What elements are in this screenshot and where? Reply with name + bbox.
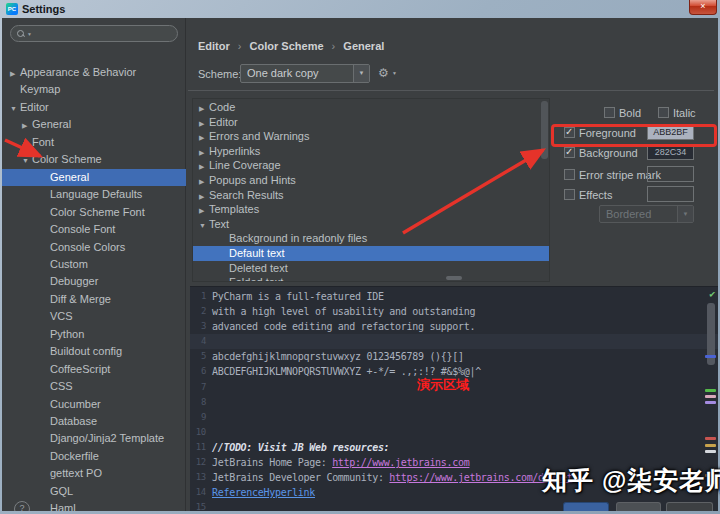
tree-item-folded-text[interactable]: Folded text	[193, 275, 549, 282]
sidebar-item-buildout-config[interactable]: Buildout config	[2, 343, 186, 360]
effects-checkbox[interactable]	[564, 189, 575, 200]
sidebar-item-color-scheme[interactable]: ▼Color Scheme	[2, 151, 186, 168]
code-text: abcdefghijklmnopqrstuvwxyz 0123456789 ()…	[212, 349, 464, 364]
tree-item-hyperlinks[interactable]: ▶Hyperlinks	[193, 144, 549, 159]
code-text: ReferenceHyperlink	[212, 485, 315, 500]
stripe-mark	[705, 474, 716, 477]
tree-item-background-in-readonly-files[interactable]: Background in readonly files	[193, 231, 549, 246]
gear-icon[interactable]: ⚙	[378, 66, 389, 80]
tree-item-editor[interactable]: ▶Editor	[193, 115, 549, 130]
preview-line: 11//TODO: Visit JB Web resources:	[190, 440, 718, 455]
bold-checkbox[interactable]	[604, 107, 615, 118]
inspections-ok-check-icon: ✔	[709, 288, 715, 299]
sidebar-item-debugger[interactable]: Debugger	[2, 273, 186, 290]
sidebar-item-dockerfile[interactable]: Dockerfile	[2, 448, 186, 465]
line-number: 2	[190, 304, 206, 319]
apply-button[interactable]	[666, 502, 713, 511]
sidebar-item-language-defaults[interactable]: Language Defaults	[2, 186, 186, 203]
sidebar-item-coffeescript[interactable]: CoffeeScript	[2, 361, 186, 378]
tree-item-code[interactable]: ▶Code	[193, 100, 549, 115]
tree-item-label: Deleted text	[229, 262, 288, 274]
tree-item-templates[interactable]: ▶Templates	[193, 202, 549, 217]
search-options-chevron-icon[interactable]: ▼	[27, 31, 32, 37]
breadcrumb-editor[interactable]: Editor	[198, 40, 230, 52]
sidebar-item-label: General	[32, 118, 71, 130]
tree-item-line-coverage[interactable]: ▶Line Coverage	[193, 158, 549, 173]
chevron-collapsed-icon[interactable]: ▶	[22, 117, 32, 134]
sidebar-item-gql[interactable]: GQL	[2, 483, 186, 500]
sidebar-item-label: Debugger	[50, 275, 98, 287]
option-tree: ▶Code▶Editor▶Errors and Warnings▶Hyperli…	[192, 98, 550, 282]
sidebar-item-custom[interactable]: Custom	[2, 256, 186, 273]
effects-color-swatch[interactable]	[647, 186, 694, 202]
background-checkbox[interactable]	[564, 147, 575, 158]
sidebar-item-label: Font	[32, 136, 54, 148]
tree-vertical-scrollbar[interactable]	[541, 101, 548, 159]
breadcrumb-color-scheme[interactable]: Color Scheme	[250, 40, 324, 52]
code-segment: advanced code editing and refactoring su…	[212, 321, 475, 332]
background-label: Background	[579, 147, 638, 159]
italic-checkbox[interactable]	[658, 107, 669, 118]
sidebar-item-editor[interactable]: ▼Editor	[2, 99, 186, 116]
sidebar-item-keymap[interactable]: Keymap	[2, 81, 186, 98]
foreground-label: Foreground	[579, 127, 636, 139]
breadcrumb-general[interactable]: General	[343, 40, 384, 52]
preview-line: 12JetBrains Home Page: http://www.jetbra…	[190, 455, 718, 470]
line-number: 4	[190, 334, 206, 349]
editor-preview[interactable]: 1PyCharm is a full-featured IDE2with a h…	[190, 286, 718, 511]
chevron-down-icon[interactable]: ▼	[353, 65, 369, 82]
sidebar-item-color-scheme-font[interactable]: Color Scheme Font	[2, 204, 186, 221]
hyperlink-text[interactable]: ReferenceHyperlink	[212, 487, 315, 498]
cancel-button[interactable]	[616, 502, 661, 511]
sidebar-item-gettext-po[interactable]: gettext PO	[2, 465, 186, 482]
code-text: ABCDEFGHIJKLMNOPQRSTUVWXYZ +-*/= .,;:!? …	[212, 364, 481, 379]
tree-item-default-text[interactable]: Default text	[193, 246, 549, 261]
sidebar-item-font[interactable]: Font	[2, 134, 186, 151]
chevron-expanded-icon[interactable]: ▼	[22, 152, 32, 169]
sidebar-item-label: gettext PO	[50, 467, 102, 479]
effects-style-value: Bordered	[606, 208, 651, 220]
foreground-color-swatch[interactable]: ABB2BF	[647, 124, 694, 140]
sidebar-item-diff-merge[interactable]: Diff & Merge	[2, 291, 186, 308]
foreground-checkbox[interactable]	[564, 127, 575, 138]
hyperlink-text[interactable]: http://www.jetbrains.com	[332, 457, 469, 468]
tree-horizontal-scrollbar[interactable]	[446, 276, 462, 280]
error-stripe-color-swatch[interactable]	[647, 166, 694, 182]
sidebar-item-general[interactable]: General	[2, 169, 186, 186]
ok-button[interactable]	[563, 502, 609, 511]
sidebar-item-appearance-behavior[interactable]: ▶Appearance & Behavior	[2, 64, 186, 81]
breadcrumb-separator: ›	[238, 40, 242, 52]
chevron-expanded-icon[interactable]: ▼	[10, 100, 20, 117]
sidebar-item-django-jinja2-template[interactable]: Django/Jinja2 Template	[2, 430, 186, 447]
sidebar-item-python[interactable]: Python	[2, 326, 186, 343]
sidebar-item-database[interactable]: Database	[2, 413, 186, 430]
title-bar[interactable]: PC Settings ×	[0, 0, 720, 18]
sidebar-item-general[interactable]: ▶General	[2, 116, 186, 133]
hyperlink-text[interactable]: https://www.jetbrains.com/devnet	[389, 472, 572, 483]
tree-item-popups-and-hints[interactable]: ▶Popups and Hints	[193, 173, 549, 188]
stripe-mark	[705, 450, 716, 453]
sidebar-item-console-font[interactable]: Console Font	[2, 221, 186, 238]
help-button[interactable]: ?	[14, 501, 30, 511]
background-color-swatch[interactable]: 282C34	[647, 144, 694, 160]
tree-item-errors-and-warnings[interactable]: ▶Errors and Warnings	[193, 129, 549, 144]
code-segment: abcdefghijklmnopqrstuvwxyz 0123456789 ()…	[212, 351, 464, 362]
error-stripe-checkbox[interactable]	[564, 169, 575, 180]
tree-item-label: Text	[209, 218, 229, 230]
tree-item-search-results[interactable]: ▶Search Results	[193, 188, 549, 203]
sidebar-item-css[interactable]: CSS	[2, 378, 186, 395]
tree-item-text[interactable]: ▼Text	[193, 217, 549, 232]
sidebar-item-console-colors[interactable]: Console Colors	[2, 239, 186, 256]
gear-chevron-icon[interactable]: ▼	[392, 70, 397, 76]
chevron-collapsed-icon[interactable]: ▶	[10, 65, 20, 82]
line-number: 7	[190, 380, 206, 395]
sidebar-item-cucumber[interactable]: Cucumber	[2, 396, 186, 413]
effects-style-select[interactable]: Bordered ▼	[599, 205, 694, 223]
scheme-select[interactable]: One dark copy ▼	[240, 64, 370, 83]
tree-item-deleted-text[interactable]: Deleted text	[193, 261, 549, 276]
sidebar-item-label: Haml	[50, 502, 76, 511]
close-button[interactable]: ×	[689, 0, 717, 15]
sidebar-item-vcs[interactable]: VCS	[2, 308, 186, 325]
preview-line: 7	[190, 380, 718, 395]
search-input[interactable]: ▼	[10, 25, 178, 42]
